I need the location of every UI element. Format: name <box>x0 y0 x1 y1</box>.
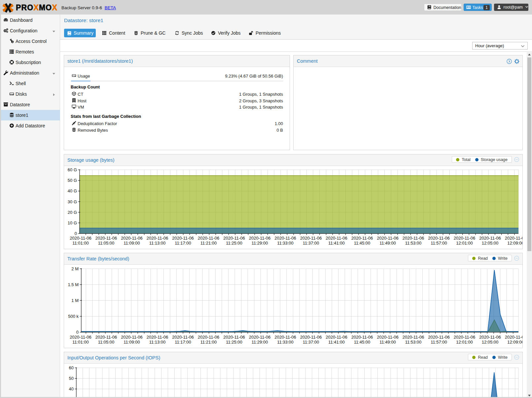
svg-text:2020-11-06: 2020-11-06 <box>351 335 373 340</box>
svg-text:2020-11-06: 2020-11-06 <box>300 236 322 241</box>
svg-text:2020-11-06: 2020-11-06 <box>326 335 347 340</box>
svg-text:11:45:00: 11:45:00 <box>354 241 371 246</box>
svg-text:2020-11-06: 2020-11-06 <box>249 335 271 340</box>
svg-text:11:53:00: 11:53:00 <box>405 241 422 246</box>
svg-text:12:05:00: 12:05:00 <box>482 340 499 345</box>
svg-text:2020-11-06: 2020-11-06 <box>70 335 91 340</box>
svg-text:2020-11-06: 2020-11-06 <box>121 335 143 340</box>
svg-text:2020-11-06: 2020-11-06 <box>505 335 522 340</box>
svg-text:2020-11-06: 2020-11-06 <box>70 236 91 241</box>
svg-text:12:01:00: 12:01:00 <box>456 340 473 345</box>
svg-text:11:13:00: 11:13:00 <box>149 340 166 345</box>
svg-text:11:09:00: 11:09:00 <box>124 241 140 246</box>
svg-text:30 G: 30 G <box>68 199 77 204</box>
svg-text:11:37:00: 11:37:00 <box>303 241 319 246</box>
svg-text:2020-11-06: 2020-11-06 <box>428 335 450 340</box>
svg-text:11:57:00: 11:57:00 <box>431 340 447 345</box>
svg-text:50: 50 <box>69 376 74 381</box>
svg-text:11:21:00: 11:21:00 <box>200 340 217 345</box>
svg-text:11:49:00: 11:49:00 <box>379 241 396 246</box>
svg-text:11:01:00: 11:01:00 <box>72 340 89 345</box>
svg-text:11:45:00: 11:45:00 <box>354 340 371 345</box>
svg-text:50 G: 50 G <box>68 178 77 183</box>
svg-text:11:41:00: 11:41:00 <box>328 340 345 345</box>
svg-text:11:13:00: 11:13:00 <box>149 241 166 246</box>
svg-text:11:29:00: 11:29:00 <box>252 241 268 246</box>
svg-text:2020-11-06: 2020-11-06 <box>351 236 373 241</box>
svg-text:11:01:00: 11:01:00 <box>72 241 89 246</box>
svg-text:60: 60 <box>69 365 74 370</box>
svg-text:0: 0 <box>76 330 79 335</box>
svg-text:2020-11-06: 2020-11-06 <box>274 236 296 241</box>
svg-text:12:05:00: 12:05:00 <box>482 241 499 246</box>
svg-text:12:09:00: 12:09:00 <box>507 241 522 246</box>
svg-text:2020-11-06: 2020-11-06 <box>172 236 194 241</box>
svg-text:2020-11-06: 2020-11-06 <box>403 335 424 340</box>
svg-text:2020-11-06: 2020-11-06 <box>249 236 271 241</box>
svg-text:2020-11-06: 2020-11-06 <box>428 236 450 241</box>
svg-text:12:09:00: 12:09:00 <box>507 340 522 345</box>
svg-text:2020-11-06: 2020-11-06 <box>274 335 296 340</box>
svg-text:2020-11-06: 2020-11-06 <box>223 236 245 241</box>
svg-text:11:33:00: 11:33:00 <box>277 340 294 345</box>
svg-text:2020-11-06: 2020-11-06 <box>147 335 168 340</box>
svg-text:2020-11-06: 2020-11-06 <box>479 335 501 340</box>
svg-text:2 M: 2 M <box>71 266 79 271</box>
svg-text:40: 40 <box>69 386 74 391</box>
svg-text:11:57:00: 11:57:00 <box>431 241 447 246</box>
svg-text:11:53:00: 11:53:00 <box>405 340 422 345</box>
svg-text:2020-11-06: 2020-11-06 <box>377 335 399 340</box>
svg-text:500 k: 500 k <box>68 314 79 319</box>
svg-text:1 M: 1 M <box>71 298 79 303</box>
svg-text:11:09:00: 11:09:00 <box>124 340 140 345</box>
svg-text:2020-11-06: 2020-11-06 <box>479 236 501 241</box>
svg-text:2020-11-06: 2020-11-06 <box>326 236 347 241</box>
svg-text:2020-11-06: 2020-11-06 <box>505 236 522 241</box>
svg-text:1.5 M: 1.5 M <box>68 282 79 287</box>
svg-text:11:17:00: 11:17:00 <box>175 241 191 246</box>
svg-text:11:21:00: 11:21:00 <box>200 241 217 246</box>
svg-text:11:05:00: 11:05:00 <box>98 340 115 345</box>
svg-text:11:33:00: 11:33:00 <box>277 241 294 246</box>
svg-text:2020-11-06: 2020-11-06 <box>198 335 220 340</box>
svg-text:2020-11-06: 2020-11-06 <box>454 335 476 340</box>
svg-text:11:29:00: 11:29:00 <box>252 340 268 345</box>
svg-text:2020-11-06: 2020-11-06 <box>223 335 245 340</box>
svg-text:12:01:00: 12:01:00 <box>456 241 473 246</box>
svg-text:2020-11-06: 2020-11-06 <box>147 236 168 241</box>
svg-text:40 G: 40 G <box>68 188 77 193</box>
svg-text:60 G: 60 G <box>68 167 77 172</box>
svg-text:2020-11-06: 2020-11-06 <box>198 236 220 241</box>
svg-text:11:25:00: 11:25:00 <box>226 241 242 246</box>
svg-text:11:41:00: 11:41:00 <box>328 241 345 246</box>
svg-text:2020-11-06: 2020-11-06 <box>121 236 143 241</box>
svg-text:2020-11-06: 2020-11-06 <box>377 236 399 241</box>
svg-text:20 G: 20 G <box>68 210 77 215</box>
svg-text:11:49:00: 11:49:00 <box>379 340 396 345</box>
svg-text:2020-11-06: 2020-11-06 <box>300 335 322 340</box>
svg-text:10 G: 10 G <box>68 220 77 225</box>
svg-text:2020-11-06: 2020-11-06 <box>172 335 194 340</box>
svg-text:11:37:00: 11:37:00 <box>303 340 319 345</box>
svg-text:2020-11-06: 2020-11-06 <box>95 236 117 241</box>
svg-text:11:05:00: 11:05:00 <box>98 241 115 246</box>
svg-text:2020-11-06: 2020-11-06 <box>95 335 117 340</box>
svg-text:2020-11-06: 2020-11-06 <box>403 236 424 241</box>
svg-text:2020-11-06: 2020-11-06 <box>454 236 476 241</box>
svg-text:11:25:00: 11:25:00 <box>226 340 242 345</box>
svg-text:11:17:00: 11:17:00 <box>175 340 191 345</box>
